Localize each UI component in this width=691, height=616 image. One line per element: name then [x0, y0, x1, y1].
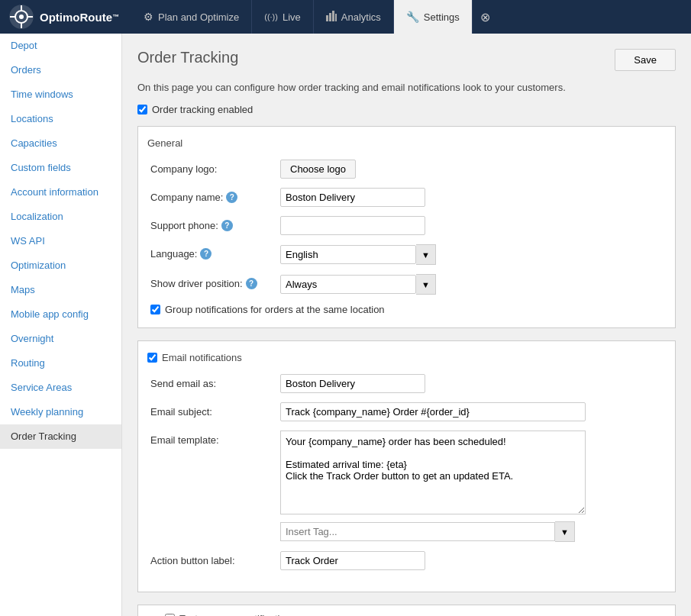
wrench-icon: 🔧 — [406, 11, 419, 23]
sidebar-item-locations[interactable]: Locations — [0, 107, 121, 131]
email-notifications-section: Email notifications Send email as: Email… — [137, 340, 676, 592]
show-driver-position-select[interactable]: Always Never Within 1 hour — [280, 275, 416, 294]
page-header: Order Tracking Save — [137, 49, 676, 71]
tab-live[interactable]: ((·)) Live — [252, 0, 314, 34]
language-select-wrap: English Spanish French German ▼ — [280, 244, 663, 265]
send-email-as-control — [280, 374, 663, 393]
company-logo-control: Choose logo — [280, 160, 663, 179]
action-button-label-control — [280, 551, 663, 570]
choose-logo-button[interactable]: Choose logo — [280, 160, 356, 179]
language-help-icon[interactable]: ? — [200, 248, 211, 260]
sidebar-item-routing[interactable]: Routing — [0, 351, 121, 376]
logo-area: OptimoRoute™ — [9, 5, 131, 29]
action-button-label-input[interactable] — [280, 551, 425, 570]
company-name-help-icon[interactable]: ? — [226, 192, 237, 203]
sidebar-item-ws-api[interactable]: WS API — [0, 229, 121, 253]
show-driver-position-help-icon[interactable]: ? — [246, 278, 257, 289]
sidebar: Depot Orders Time windows Locations Capa… — [0, 34, 122, 616]
company-logo-row: Company logo: Choose logo — [150, 160, 663, 179]
svg-rect-9 — [332, 11, 334, 21]
email-template-control: Your {company_name} order has been sched… — [280, 431, 663, 542]
show-driver-position-control: Always Never Within 1 hour ▼ — [280, 274, 663, 295]
sidebar-item-localization[interactable]: Localization — [0, 205, 121, 229]
email-template-row: Email template: Your {company_name} orde… — [150, 431, 663, 542]
tab-settings-label: Settings — [424, 11, 460, 23]
page-description: On this page you can configure how order… — [137, 82, 676, 93]
sidebar-item-overnight[interactable]: Overnight — [0, 327, 121, 351]
send-email-as-label: Send email as: — [150, 374, 280, 389]
action-button-label-row: Action button label: — [150, 551, 663, 570]
email-subject-input[interactable] — [280, 402, 586, 421]
insert-tag-input[interactable] — [280, 522, 555, 541]
insert-tag-arrow[interactable]: ▼ — [555, 521, 575, 542]
language-select[interactable]: English Spanish French German — [280, 245, 416, 264]
logo-tm: ™ — [112, 13, 119, 21]
close-icon: ⊗ — [480, 10, 490, 24]
email-template-label: Email template: — [150, 431, 280, 446]
sidebar-item-account-information[interactable]: Account information — [0, 180, 121, 205]
sidebar-item-mobile-app-config[interactable]: Mobile app config — [0, 302, 121, 327]
logo-icon — [9, 5, 34, 29]
company-logo-label: Company logo: — [150, 160, 280, 175]
sidebar-item-maps[interactable]: Maps — [0, 278, 121, 302]
sidebar-item-weekly-planning[interactable]: Weekly planning — [0, 400, 121, 424]
sidebar-item-orders[interactable]: Orders — [0, 58, 121, 82]
main-content: Order Tracking Save On this page you can… — [122, 34, 691, 616]
order-tracking-enabled-label: Order tracking enabled — [152, 104, 253, 115]
support-phone-input[interactable] — [280, 216, 425, 235]
text-message-legend-text: Text message notifications — [179, 613, 295, 616]
company-name-input[interactable] — [280, 188, 425, 207]
nav-tabs: ⚙ Plan and Optimize ((·)) Live Analytics… — [131, 0, 682, 34]
tab-plan[interactable]: ⚙ Plan and Optimize — [131, 0, 252, 34]
tab-settings[interactable]: 🔧 Settings — [394, 0, 473, 34]
show-driver-position-arrow[interactable]: ▼ — [416, 274, 436, 295]
close-tab-button[interactable]: ⊗ — [473, 0, 498, 34]
action-button-label-label: Action button label: — [150, 551, 280, 566]
analytics-icon — [326, 11, 337, 24]
email-subject-row: Email subject: — [150, 402, 663, 421]
logo-text: OptimoRoute — [40, 11, 112, 24]
email-notifications-legend: Email notifications — [147, 352, 663, 363]
sidebar-item-service-areas[interactable]: Service Areas — [0, 376, 121, 400]
tab-analytics[interactable]: Analytics — [314, 0, 394, 34]
insert-tag-wrap: ▼ — [280, 521, 663, 542]
support-phone-label: Support phone: ? — [150, 216, 280, 231]
sidebar-item-optimization[interactable]: Optimization — [0, 253, 121, 278]
group-notifications-checkbox[interactable] — [150, 305, 160, 314]
language-control: English Spanish French German ▼ — [280, 244, 663, 265]
sidebar-item-capacities[interactable]: Capacities — [0, 131, 121, 156]
company-name-control — [280, 188, 663, 207]
sidebar-item-time-windows[interactable]: Time windows — [0, 82, 121, 107]
svg-rect-10 — [335, 14, 337, 21]
email-notifications-enabled-checkbox[interactable] — [147, 353, 157, 363]
general-legend: General — [147, 137, 663, 149]
general-section: General Company logo: Choose logo Compan… — [137, 126, 676, 328]
show-driver-position-label: Show driver position: ? — [150, 274, 280, 289]
send-email-as-row: Send email as: — [150, 374, 663, 393]
show-driver-position-select-wrap: Always Never Within 1 hour ▼ — [280, 274, 663, 295]
gear-icon: ⚙ — [144, 11, 153, 23]
order-tracking-enabled-checkbox[interactable] — [137, 105, 147, 114]
support-phone-control — [280, 216, 663, 235]
sidebar-item-order-tracking[interactable]: Order Tracking — [0, 424, 121, 449]
company-name-label: Company name: ? — [150, 188, 280, 203]
send-email-as-input[interactable] — [280, 374, 425, 393]
tab-plan-label: Plan and Optimize — [158, 11, 239, 23]
language-row: Language: ? English Spanish French Germa… — [150, 244, 663, 265]
save-button[interactable]: Save — [615, 49, 676, 71]
top-bar: OptimoRoute™ ⚙ Plan and Optimize ((·)) L… — [0, 0, 691, 34]
live-icon: ((·)) — [264, 12, 278, 21]
svg-rect-7 — [326, 15, 328, 21]
collapse-icon[interactable]: — — [150, 613, 160, 616]
svg-rect-8 — [329, 13, 331, 21]
tab-live-label: Live — [283, 11, 301, 23]
sidebar-item-depot[interactable]: Depot — [0, 34, 121, 58]
layout: Depot Orders Time windows Locations Capa… — [0, 34, 691, 616]
group-notifications-label: Group notifications for orders at the sa… — [165, 304, 385, 315]
support-phone-help-icon[interactable]: ? — [221, 220, 233, 231]
sidebar-item-custom-fields[interactable]: Custom fields — [0, 156, 121, 180]
text-message-section: — Text message notifications — [137, 605, 676, 616]
email-subject-control — [280, 402, 663, 421]
language-select-arrow[interactable]: ▼ — [416, 244, 436, 265]
email-template-textarea[interactable]: Your {company_name} order has been sched… — [280, 431, 586, 514]
